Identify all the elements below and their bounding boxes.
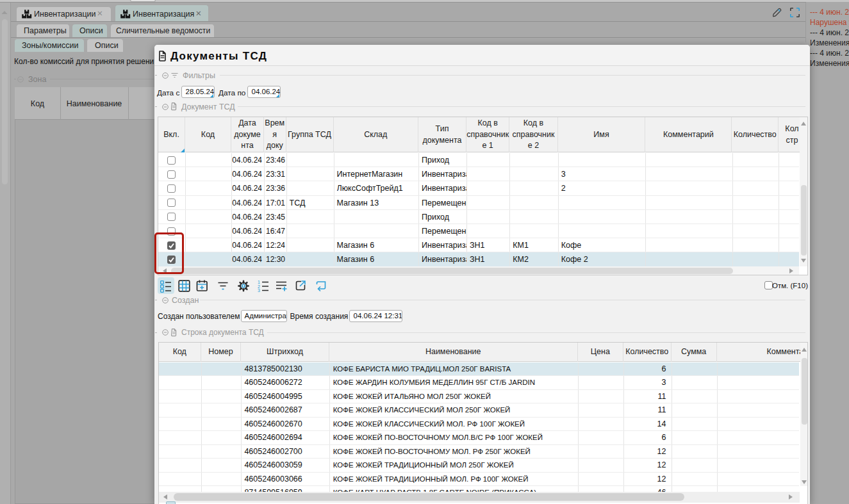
- svg-text:3: 3: [258, 288, 260, 293]
